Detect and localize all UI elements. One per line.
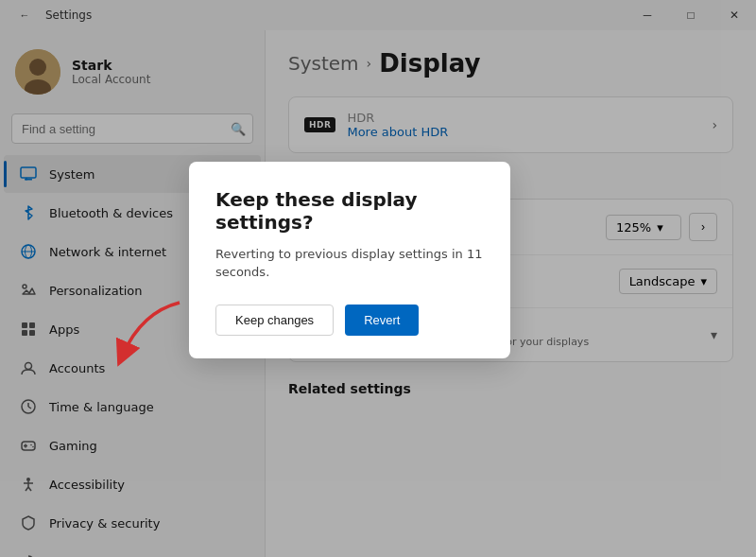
keep-changes-button[interactable]: Keep changes [215, 305, 334, 336]
dialog-buttons: Keep changes Revert [215, 305, 484, 336]
arrow-annotation [113, 293, 198, 373]
dialog-overlay: Keep these display settings? Reverting t… [0, 0, 756, 557]
dialog-title: Keep these display settings? [215, 188, 484, 234]
dialog-message: Reverting to previous display settings i… [215, 245, 484, 282]
revert-button[interactable]: Revert [345, 305, 419, 336]
dialog: Keep these display settings? Reverting t… [189, 162, 510, 358]
